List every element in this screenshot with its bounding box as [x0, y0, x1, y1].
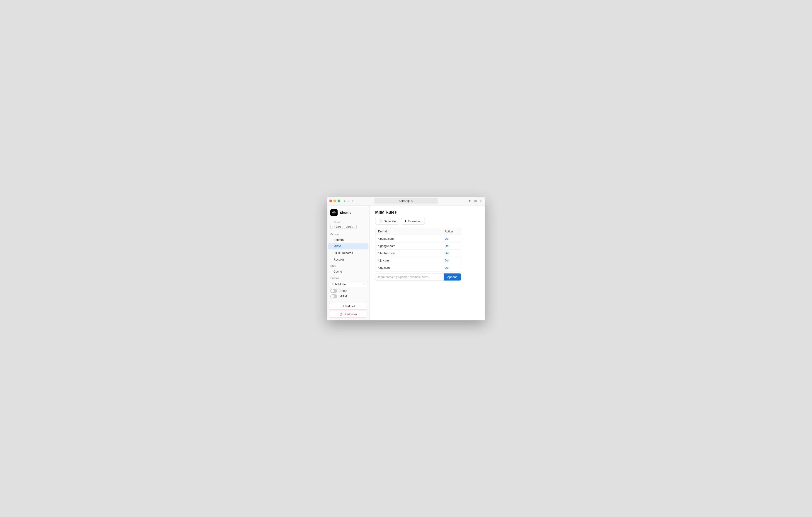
sidebar-item-cache[interactable]: Cache	[328, 269, 368, 275]
mitm-toggle-row: MITM	[327, 294, 370, 299]
dump-toggle[interactable]	[330, 289, 337, 293]
del-button[interactable]: Del	[445, 259, 458, 262]
close-button[interactable]	[329, 199, 332, 202]
speed-down-badge: 0B/s ↓ ↓	[344, 225, 357, 229]
del-button[interactable]: Del	[445, 251, 458, 255]
table-row: *.taobao.com Del	[375, 250, 461, 257]
sidebar-item-http-records[interactable]: HTTP Records	[328, 250, 368, 256]
del-button[interactable]: Del	[445, 237, 458, 240]
download-icon: ⬇	[404, 219, 407, 223]
reload-button[interactable]: ↺ Reload	[329, 303, 367, 310]
speed-section: Speed ↑ ↑ 0B/s 0B/s ↓ ↓	[327, 219, 370, 231]
sidebar-item-servers[interactable]: Servers	[328, 237, 368, 243]
domain-cell: *.google.com	[378, 244, 445, 248]
add-tab-button[interactable]: +	[479, 199, 483, 203]
domain-input-row: Append	[375, 273, 461, 281]
domain-cell: *.qq.com	[378, 266, 445, 269]
address-bar[interactable]: c.sipt.top ↻	[374, 198, 438, 203]
del-button[interactable]: Del	[445, 266, 458, 269]
download-button[interactable]: ⬇ Download	[401, 218, 425, 224]
append-button[interactable]: Append	[444, 273, 461, 280]
table-row: *.qq.com Del	[375, 264, 461, 271]
rules-table: Domain Action *.baidu.com Del *.google.c…	[375, 228, 461, 271]
sidebar-item-records[interactable]: Records	[328, 256, 368, 263]
nav-buttons: ‹ ›	[343, 199, 350, 203]
forward-button[interactable]: ›	[347, 199, 350, 203]
speed-badges: ↑ ↑ 0B/s 0B/s ↓ ↓	[330, 225, 366, 229]
col-action-header: Action	[445, 230, 458, 233]
mitm-toggle-label: MITM	[339, 295, 347, 298]
share-button[interactable]: ⬆	[468, 199, 472, 203]
table-row: *.google.com Del	[375, 242, 461, 250]
app-name: Shuttle	[340, 211, 351, 215]
minimize-button[interactable]	[334, 199, 336, 202]
file-icon: 📄	[379, 219, 382, 223]
app-icon	[330, 209, 338, 216]
col-domain-header: Domain	[378, 230, 445, 233]
address-text: c.sipt.top	[399, 199, 410, 202]
domain-input[interactable]	[375, 273, 444, 280]
rule-mode-text: Rule Mode	[331, 282, 346, 286]
general-section-label: General	[327, 231, 370, 237]
reload-icon: ↺	[342, 304, 344, 308]
maximize-button[interactable]	[338, 199, 340, 202]
sidebar: Shuttle Speed ↑ ↑ 0B/s 0B/s ↓ ↓ General …	[327, 206, 370, 320]
shutdown-button[interactable]: ⏻ Shutdown	[329, 311, 367, 318]
refresh-icon[interactable]: ↻	[411, 199, 413, 202]
table-row: *.jd.com Del	[375, 257, 461, 264]
window-controls-right: ⬆ ⧉ +	[468, 199, 483, 203]
dns-section-label: DNS	[327, 263, 370, 268]
speed-up-badge: ↑ ↑ 0B/s	[330, 225, 343, 229]
titlebar: ‹ › ⊟ c.sipt.top ↻ ⬆ ⧉ +	[327, 197, 485, 206]
table-header: Domain Action	[375, 228, 461, 235]
table-row: *.baidu.com Del	[375, 235, 461, 242]
rule-mode-dropdown[interactable]: Rule Mode ▾	[329, 281, 367, 287]
app-header: Shuttle	[327, 208, 370, 219]
mitm-toggle[interactable]	[330, 294, 337, 298]
back-button[interactable]: ‹	[343, 199, 346, 203]
del-button[interactable]: Del	[445, 244, 458, 248]
sidebar-toggle-button[interactable]: ⊟	[350, 199, 356, 203]
domain-cell: *.taobao.com	[378, 251, 445, 255]
dump-toggle-row: Dump	[327, 288, 370, 294]
svg-point-0	[334, 212, 335, 213]
domain-cell: *.baidu.com	[378, 237, 445, 240]
power-icon: ⏻	[339, 312, 342, 316]
new-tab-button[interactable]: ⧉	[473, 199, 477, 203]
dump-label: Dump	[339, 289, 347, 293]
domain-cell: *.jd.com	[378, 259, 445, 262]
toolbar: 📄 Generate ⬇ Download	[375, 218, 480, 224]
sidebar-item-mitm[interactable]: MITM	[328, 243, 368, 249]
page-title: MitM Rules	[375, 210, 480, 215]
options-section-label: Options	[327, 275, 370, 280]
app-window: ‹ › ⊟ c.sipt.top ↻ ⬆ ⧉ + Shuttle	[327, 197, 485, 320]
chevron-down-icon: ▾	[364, 283, 365, 286]
generate-button[interactable]: 📄 Generate	[375, 218, 399, 224]
main-area: Shuttle Speed ↑ ↑ 0B/s 0B/s ↓ ↓ General …	[327, 206, 485, 320]
traffic-lights	[329, 199, 340, 202]
content-area: MitM Rules 📄 Generate ⬇ Download Domain …	[370, 206, 485, 320]
speed-label: Speed	[330, 219, 345, 224]
